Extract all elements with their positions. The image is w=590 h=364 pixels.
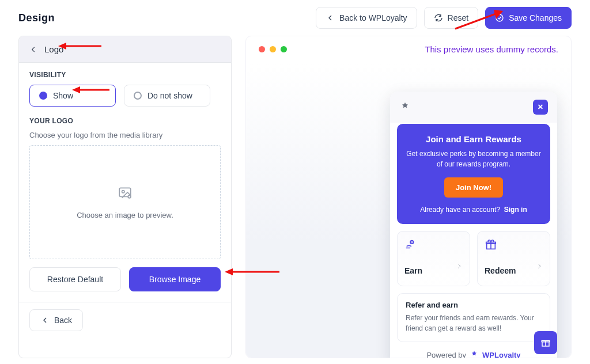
join-now-button[interactable]: Join Now! [444, 177, 503, 198]
rewards-widget: × Join and Earn Rewards Get exclusive pe… [390, 92, 557, 358]
launcher-fab[interactable] [534, 331, 557, 354]
traffic-yellow-icon [270, 46, 276, 52]
reset-button[interactable]: Reset [424, 7, 479, 29]
page-title: Design [18, 12, 55, 24]
restore-default-label: Restore Default [47, 275, 103, 284]
refresh-icon [434, 13, 443, 22]
reset-label: Reset [448, 13, 469, 22]
refer-title: Refer and earn [406, 301, 542, 309]
visibility-show-label: Show [53, 91, 73, 100]
preview-pane: This preview uses dummy records. × Join … [245, 36, 572, 358]
refer-card[interactable]: Refer and earn Refer your friends and ea… [397, 293, 550, 342]
settings-panel: Logo VISIBILITY Show Do not show YOUR LO… [18, 36, 232, 358]
radio-icon [39, 92, 47, 100]
earn-label: Earn [404, 266, 422, 275]
browse-image-label: Browse Image [149, 275, 201, 284]
preview-dummy-message: This preview uses dummy records. [425, 44, 558, 54]
traffic-red-icon [259, 46, 265, 52]
earn-icon [404, 238, 417, 251]
back-label: Back [54, 316, 72, 325]
brand-logo-icon [470, 350, 479, 358]
panel-title: Logo [44, 44, 63, 54]
gift-icon [485, 238, 497, 251]
widget-close-button[interactable]: × [533, 100, 548, 115]
save-changes-label: Save Changes [509, 13, 562, 22]
back-to-wployalty-button[interactable]: Back to WPLoyalty [316, 7, 417, 29]
hero-card: Join and Earn Rewards Get exclusive perk… [397, 124, 550, 224]
chevron-right-icon [536, 263, 543, 270]
browse-image-button[interactable]: Browse Image [129, 267, 221, 291]
earn-card[interactable]: Earn [397, 231, 470, 286]
visibility-hide-option[interactable]: Do not show [124, 85, 210, 107]
chevron-right-icon [456, 263, 463, 270]
visibility-hide-label: Do not show [148, 91, 192, 100]
panel-header[interactable]: Logo [19, 36, 231, 63]
svg-point-2 [122, 190, 124, 192]
powered-by: Powered by WPLoyalty [390, 342, 557, 358]
redeem-card[interactable]: Redeem [477, 231, 550, 286]
hero-text: Get exclusive perks by becoming a member… [406, 149, 541, 169]
back-to-wployalty-label: Back to WPLoyalty [339, 13, 407, 22]
refer-text: Refer your friends and earn rewards. You… [406, 313, 542, 333]
hero-title: Join and Earn Rewards [406, 134, 541, 144]
image-placeholder-icon [118, 185, 133, 200]
save-changes-button[interactable]: Save Changes [485, 7, 572, 29]
your-logo-heading: YOUR LOGO [29, 117, 221, 125]
traffic-green-icon [281, 46, 287, 52]
logo-dropzone[interactable]: Choose an image to preview. [29, 145, 221, 259]
dropzone-text: Choose an image to preview. [77, 211, 173, 219]
widget-logo-icon [399, 101, 411, 113]
help-text: Choose your logo from the media library [29, 131, 221, 139]
redeem-label: Redeem [485, 266, 516, 275]
chevron-left-icon [29, 46, 37, 54]
radio-icon [134, 92, 142, 100]
powered-brand: WPLoyalty [482, 351, 520, 359]
svg-point-0 [496, 14, 503, 21]
gift-icon [540, 338, 551, 348]
sign-in-link[interactable]: Sign in [504, 206, 527, 214]
close-icon: × [538, 102, 543, 112]
arrow-left-icon [326, 13, 335, 22]
visibility-heading: VISIBILITY [29, 71, 221, 79]
back-button[interactable]: Back [29, 309, 83, 331]
arrow-left-icon [40, 316, 50, 325]
visibility-show-option[interactable]: Show [29, 85, 116, 107]
window-traffic-lights [259, 46, 287, 52]
powered-prefix: Powered by [426, 351, 466, 359]
restore-default-button[interactable]: Restore Default [29, 267, 121, 291]
already-text: Already have an account? [420, 206, 500, 214]
check-circle-icon [495, 13, 504, 22]
